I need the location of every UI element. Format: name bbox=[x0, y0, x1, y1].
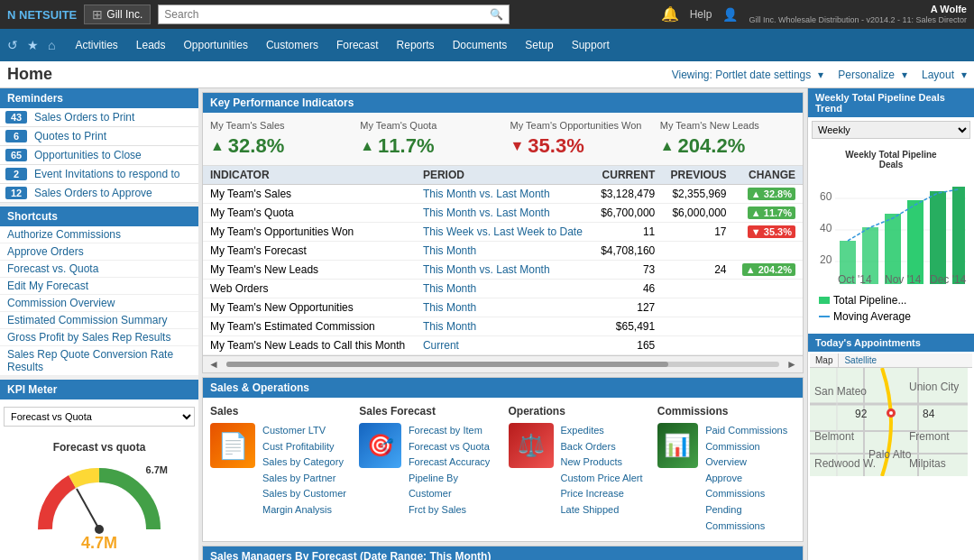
link-forecast-accuracy[interactable]: Forecast Accuracy bbox=[409, 454, 498, 471]
link-paid-commissions[interactable]: Paid Commissions bbox=[705, 423, 795, 439]
reminder-item: 12 Sales Orders to Approve bbox=[0, 184, 198, 203]
sales-ops-grid: Sales 📄 Customer LTV Cust Profitability … bbox=[203, 398, 803, 541]
reminder-opportunities[interactable]: Opportunities to Close bbox=[34, 149, 142, 161]
link-forecast-by-item[interactable]: Forecast by Item bbox=[409, 423, 498, 439]
svg-text:Nov '14: Nov '14 bbox=[885, 273, 922, 286]
svg-text:Union City: Union City bbox=[909, 381, 959, 393]
nav-customers[interactable]: Customers bbox=[257, 29, 327, 61]
link-late-shipped[interactable]: Late Shipped bbox=[561, 502, 643, 519]
right-panel: Weekly Total Pipeline Deals Trend Weekly… bbox=[807, 88, 974, 560]
link-sales-by-customer[interactable]: Sales by Customer bbox=[262, 486, 346, 502]
nav-opportunities[interactable]: Opportunities bbox=[175, 29, 257, 61]
sidebar: Reminders 43 Sales Orders to Print 6 Quo… bbox=[0, 88, 198, 560]
kpi-card-sales: My Team's Sales 32.8% bbox=[210, 120, 345, 158]
map-tabs: Map Satellite bbox=[810, 353, 972, 368]
nav-documents[interactable]: Documents bbox=[444, 29, 517, 61]
help-button[interactable]: Help bbox=[690, 8, 712, 21]
shortcut-approve-orders[interactable]: Approve Orders bbox=[0, 243, 198, 261]
topbar-right: 🔔 Help 👤 A Wolfe Gill Inc. Wholesale Dis… bbox=[661, 3, 967, 26]
user-info: A Wolfe Gill Inc. Wholesale Distribution… bbox=[749, 3, 967, 26]
kpi-card-label: My Team's Sales bbox=[210, 120, 345, 131]
favorites-icon[interactable]: ★ bbox=[23, 38, 42, 52]
shortcut-quote-conversion[interactable]: Sales Rep Quote Conversion Rate Results bbox=[0, 346, 198, 376]
table-row: Web Orders This Month 46 bbox=[203, 280, 803, 298]
cell-previous: $6,000,000 bbox=[662, 204, 733, 223]
nav-reports[interactable]: Reports bbox=[388, 29, 444, 61]
search-icon[interactable]: 🔍 bbox=[490, 8, 503, 21]
shortcut-forecast-quota[interactable]: Forecast vs. Quota bbox=[0, 261, 198, 278]
kpi-meter-section: KPI Meter Forecast vs Quota Forecast vs … bbox=[0, 380, 198, 560]
kpi-arrow-down-icon bbox=[510, 138, 525, 154]
notifications-icon[interactable]: 🔔 bbox=[661, 5, 679, 23]
scroll-left-btn[interactable]: ◄ bbox=[205, 358, 223, 371]
cell-current: $4,708,160 bbox=[593, 242, 662, 261]
table-scroll-controls: ◄ ► bbox=[203, 355, 803, 372]
link-cust-profitability[interactable]: Cust Profitability bbox=[262, 439, 346, 455]
link-expedites[interactable]: Expedites bbox=[561, 423, 643, 439]
shortcut-gross-profit[interactable]: Gross Profit by Sales Rep Results bbox=[0, 329, 198, 346]
link-custom-price[interactable]: Custom Price Alert bbox=[561, 471, 643, 487]
commissions-col-inner: 📊 Paid Commissions Commission Overview A… bbox=[657, 423, 795, 534]
reminder-count: 12 bbox=[5, 187, 27, 199]
link-sales-by-category[interactable]: Sales by Category bbox=[262, 454, 346, 471]
shortcut-authorize-commissions[interactable]: Authorize Commissions bbox=[0, 226, 198, 243]
layout-button[interactable]: Layout bbox=[922, 69, 954, 81]
cell-change: ▲ 204.2% bbox=[734, 261, 804, 280]
legend-moving-average: Moving Average bbox=[819, 310, 963, 323]
link-margin-analysis[interactable]: Margin Analysis bbox=[262, 502, 346, 519]
sales-links: Customer LTV Cust Profitability Sales by… bbox=[262, 423, 346, 519]
link-frct-by-sales[interactable]: Frct by Sales bbox=[409, 502, 498, 519]
forecast-icon[interactable]: 🎯 bbox=[359, 423, 401, 468]
view-chevron[interactable]: ▾ bbox=[818, 69, 823, 81]
link-commission-overview[interactable]: Commission Overview bbox=[705, 439, 795, 471]
company-badge[interactable]: ⊞ Gill Inc. bbox=[84, 5, 151, 24]
link-customer-ltv[interactable]: Customer LTV bbox=[262, 423, 346, 439]
nav-activities[interactable]: Activities bbox=[66, 29, 126, 61]
personalize-button[interactable]: Personalize bbox=[838, 69, 895, 81]
navbar-icons: ↺ ★ ⌂ bbox=[4, 29, 66, 61]
nav-forecast[interactable]: Forecast bbox=[327, 29, 388, 61]
kpi-arrow-up-icon bbox=[360, 138, 374, 154]
svg-rect-11 bbox=[907, 200, 923, 284]
reminder-item: 65 Opportunities to Close bbox=[0, 146, 198, 165]
link-sales-by-partner[interactable]: Sales by Partner bbox=[262, 471, 346, 487]
nav-leads[interactable]: Leads bbox=[127, 29, 175, 61]
link-pipeline-by-customer[interactable]: Pipeline By Customer bbox=[409, 471, 498, 502]
shortcut-estimated-commission[interactable]: Estimated Commission Summary bbox=[0, 312, 198, 329]
shortcut-edit-forecast[interactable]: Edit My Forecast bbox=[0, 278, 198, 295]
tab-map[interactable]: Map bbox=[810, 353, 839, 367]
link-pending-commissions[interactable]: Pending Commissions bbox=[705, 502, 795, 534]
search-input[interactable] bbox=[164, 8, 490, 21]
cell-period: This Month bbox=[416, 242, 593, 261]
forecast-col: Sales Forecast 🎯 Forecast by Item Foreca… bbox=[359, 405, 497, 534]
reminder-quotes-print[interactable]: Quotes to Print bbox=[34, 130, 106, 142]
cell-indicator: My Team's New Leads bbox=[203, 261, 416, 280]
search-box[interactable]: 🔍 bbox=[158, 5, 510, 24]
scroll-right-btn[interactable]: ► bbox=[783, 358, 801, 371]
link-forecast-vs-quota[interactable]: Forecast vs Quota bbox=[409, 439, 498, 455]
history-icon[interactable]: ↺ bbox=[4, 38, 22, 52]
layout-chevron[interactable]: ▾ bbox=[961, 69, 967, 81]
view-label[interactable]: Viewing: Portlet date settings bbox=[672, 69, 812, 81]
sales-icon[interactable]: 📄 bbox=[210, 423, 255, 468]
kpi-meter-select[interactable]: Forecast vs Quota bbox=[4, 407, 195, 427]
nav-setup[interactable]: Setup bbox=[516, 29, 562, 61]
tab-satellite[interactable]: Satellite bbox=[839, 353, 882, 367]
nav-support[interactable]: Support bbox=[563, 29, 619, 61]
link-approve-commissions[interactable]: Approve Commissions bbox=[705, 471, 795, 502]
link-back-orders[interactable]: Back Orders bbox=[561, 439, 643, 455]
commissions-icon[interactable]: 📊 bbox=[657, 423, 698, 468]
link-new-products[interactable]: New Products bbox=[561, 454, 643, 471]
reminder-count: 65 bbox=[5, 149, 27, 161]
personalize-chevron[interactable]: ▾ bbox=[902, 69, 907, 81]
link-price-increase[interactable]: Price Increase bbox=[561, 486, 643, 502]
forecast-links: Forecast by Item Forecast vs Quota Forec… bbox=[409, 423, 498, 519]
table-row: My Team's Sales This Month vs. Last Mont… bbox=[203, 185, 803, 204]
home-icon[interactable]: ⌂ bbox=[44, 38, 59, 52]
weekly-select[interactable]: Weekly bbox=[812, 121, 970, 139]
reminder-sales-orders-approve[interactable]: Sales Orders to Approve bbox=[34, 187, 152, 199]
reminder-events[interactable]: Event Invitations to respond to bbox=[34, 168, 179, 180]
operations-icon[interactable]: ⚖️ bbox=[509, 423, 554, 468]
reminder-sales-orders-print[interactable]: Sales Orders to Print bbox=[34, 111, 134, 124]
shortcut-commission-overview[interactable]: Commission Overview bbox=[0, 295, 198, 312]
